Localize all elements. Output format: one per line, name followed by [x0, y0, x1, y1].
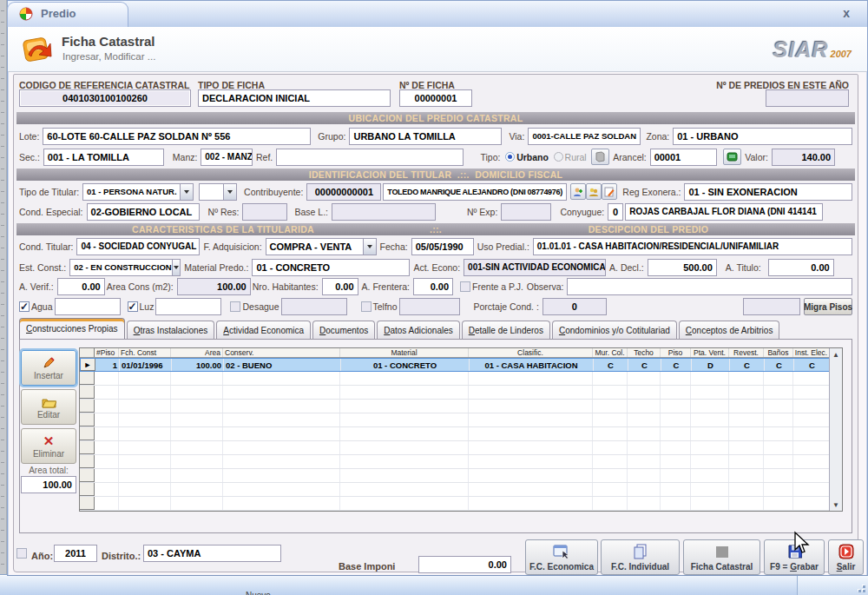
nexp-field[interactable] — [501, 203, 551, 221]
grid-row-empty[interactable] — [80, 455, 842, 469]
arancel-field[interactable]: 00001 — [650, 149, 717, 166]
grid-col-pta-vent-[interactable]: Pta. Vent. — [691, 348, 729, 357]
migra-pisos-button[interactable]: Migra Pisos — [804, 298, 852, 315]
scroll-down-icon[interactable]: ▼ — [831, 499, 841, 510]
grid-col--piso[interactable]: #Piso — [95, 348, 119, 357]
frente-pj-checkbox[interactable] — [460, 281, 470, 292]
tab-conceptos-de-arbitrios[interactable]: Conceptos de Arbitrios — [679, 321, 780, 339]
scroll-up-icon[interactable]: ▲ — [831, 349, 841, 360]
f-adquisicion-combo[interactable]: COMPRA - VENTA — [266, 238, 377, 255]
tab-otras-instalaciones[interactable]: Otras Instalaciones — [127, 321, 215, 339]
grid-col-inst-elec-[interactable]: Inst. Elec. — [793, 348, 830, 357]
est-const-combo[interactable]: 02 - EN CONSTRUCCION — [69, 259, 181, 276]
a-titulo-field[interactable]: 0.00 — [768, 259, 834, 276]
distrito-field[interactable]: 03 - CAYMA — [143, 545, 281, 562]
contribuyente-nombre-field[interactable]: TOLEDO MANRIQUE ALEJANDRO (DNI 08774976) — [383, 183, 567, 201]
eliminar-button[interactable]: ✕ Eliminar — [21, 428, 76, 464]
valor-field[interactable]: 140.00 — [772, 149, 835, 166]
fecha-field[interactable]: 05/05/1990 — [411, 238, 474, 255]
chevron-down-icon[interactable] — [172, 260, 181, 275]
via-field[interactable]: 0001-CALLE PAZ SOLDAN — [528, 128, 641, 145]
conyugue-nombre-field[interactable]: ROJAS CARBAJAL FLOR DIANA (DNI 414141 — [625, 203, 823, 221]
agua-checkbox[interactable]: ✓ — [19, 301, 30, 312]
desague-field[interactable] — [281, 298, 347, 315]
tab-condominios-y-o-cotitulariad[interactable]: Condominios y/o Cotitulariad — [552, 321, 677, 339]
resize-grip[interactable] — [855, 582, 865, 592]
cond-titular-field[interactable]: 04 - SOCIEDAD CONYUGAL — [76, 238, 200, 255]
grid-row-empty[interactable] — [80, 400, 842, 413]
zona-field[interactable]: 01 - URBANO — [673, 128, 852, 145]
extra-field[interactable] — [743, 298, 800, 315]
reg-exonera-field[interactable]: 01 - SIN EXONERACION — [684, 183, 852, 201]
grupo-field[interactable]: URBANO LA TOMILLA — [349, 128, 502, 145]
cond-especial-field[interactable]: 02-GOBIERNO LOCAL — [87, 203, 200, 221]
material-field[interactable]: 01 - CONCRETO — [252, 259, 410, 276]
tipo-ficha-field[interactable]: DECLARACION INICIAL — [198, 89, 391, 107]
grid-col-material[interactable]: Material — [340, 348, 469, 357]
radio-urbano[interactable] — [505, 152, 515, 162]
ref-field[interactable] — [276, 149, 464, 166]
grid-row-data[interactable]: ►101/01/1996100.0002 - BUENO01 - CONCRET… — [80, 358, 842, 372]
grid-row-empty[interactable] — [80, 427, 842, 441]
conyugue-num-field[interactable]: 0 — [608, 203, 623, 221]
desague-checkbox[interactable] — [230, 301, 240, 312]
a-verif-field[interactable]: 0.00 — [57, 278, 105, 295]
tab-actividad-economica[interactable]: Actividad Economica — [216, 321, 311, 339]
tab-datos-adicionales[interactable]: Datos Adicionales — [377, 321, 460, 339]
tab-detalle-de-linderos[interactable]: Detalle de Linderos — [462, 321, 550, 339]
grid-scrollbar[interactable]: ▲ ▼ — [829, 348, 842, 511]
grid-col-conserv-[interactable]: Conserv. — [223, 348, 340, 357]
insertar-button[interactable]: Insertar — [21, 350, 76, 386]
grid-row-empty[interactable] — [80, 469, 842, 483]
salir-button[interactable]: Salir — [828, 539, 864, 575]
lote-field[interactable]: 60-LOTE 60-CALLE PAZ SOLDAN Nº 556 — [43, 128, 311, 145]
agua-field[interactable] — [55, 298, 121, 315]
sec-field[interactable]: 001 - LA TOMILLA — [43, 149, 164, 166]
f-c-economica-button[interactable]: F.C. Economica — [525, 539, 598, 575]
radio-rural[interactable] — [554, 152, 563, 162]
grid-col-ba-os[interactable]: Baños — [764, 348, 793, 357]
grid-row-empty[interactable] — [80, 497, 842, 511]
a-frentera-field[interactable]: 0.00 — [413, 278, 453, 295]
telfno-checkbox[interactable] — [361, 301, 372, 312]
uso-predial-field[interactable]: 01.01.01 - CASA HABITACION/RESIDENCIAL/U… — [533, 238, 852, 255]
luz-checkbox[interactable]: ✓ — [128, 301, 138, 312]
grid-col-techo[interactable]: Techo — [628, 348, 661, 357]
grid-row-empty[interactable] — [80, 483, 842, 497]
grid-col-piso[interactable]: Piso — [661, 348, 691, 357]
grid-body[interactable]: ►101/01/1996100.0002 - BUENO01 - CONCRET… — [80, 358, 842, 511]
manz-field[interactable]: 002 - MANZAN — [201, 149, 253, 166]
tipo-titular-combo[interactable]: 01 - PERSONA NATUR. — [82, 183, 194, 201]
grid-col-fch-const[interactable]: Fch. Const — [119, 348, 171, 357]
edit-person-icon[interactable] — [602, 183, 617, 200]
area-cons-field[interactable]: 100.00 — [177, 278, 251, 295]
anio-field[interactable]: 2011 — [54, 545, 97, 562]
people-icon[interactable] — [586, 183, 602, 200]
npredios-field[interactable] — [766, 89, 849, 107]
tab-construcciones-propias[interactable]: Construcciones Propias — [19, 318, 125, 339]
contribuyente-codigo-field[interactable]: 00000000001 — [306, 183, 381, 201]
f-c-individual-button[interactable]: F.C. Individual — [601, 539, 680, 575]
grid-row-empty[interactable] — [80, 386, 842, 400]
grid-col-clasific-[interactable]: Clasific. — [469, 348, 593, 357]
base-imponible-field[interactable]: 0.00 — [418, 556, 511, 573]
base-l-field[interactable] — [332, 203, 436, 221]
grid-col-revest-[interactable]: Revest. — [729, 348, 764, 357]
a-decl-field[interactable]: 500.00 — [648, 259, 717, 276]
nficha-field[interactable]: 00000001 — [399, 89, 472, 107]
map-sheet-button[interactable] — [591, 149, 609, 165]
luz-field[interactable] — [155, 298, 221, 315]
observa-field[interactable] — [567, 278, 852, 295]
tab-documentos[interactable]: Documentos — [312, 321, 375, 339]
anio-checkbox[interactable] — [16, 548, 27, 559]
grid-row-empty[interactable] — [80, 441, 842, 455]
chevron-down-icon[interactable] — [363, 239, 376, 255]
grid-row-empty[interactable] — [80, 413, 842, 427]
editar-button[interactable]: Editar — [21, 389, 76, 425]
titular-sub-combo[interactable] — [199, 183, 237, 201]
add-person-icon[interactable] — [570, 183, 586, 200]
act-econo-field[interactable]: 001-SIN ACTIVIDAD ECONOMICA — [464, 259, 606, 276]
ficha-catastral-button[interactable]: Ficha Catastral — [683, 539, 760, 575]
chevron-down-icon[interactable] — [180, 184, 193, 200]
codigo-field[interactable]: 0401030100100260 — [19, 89, 191, 107]
